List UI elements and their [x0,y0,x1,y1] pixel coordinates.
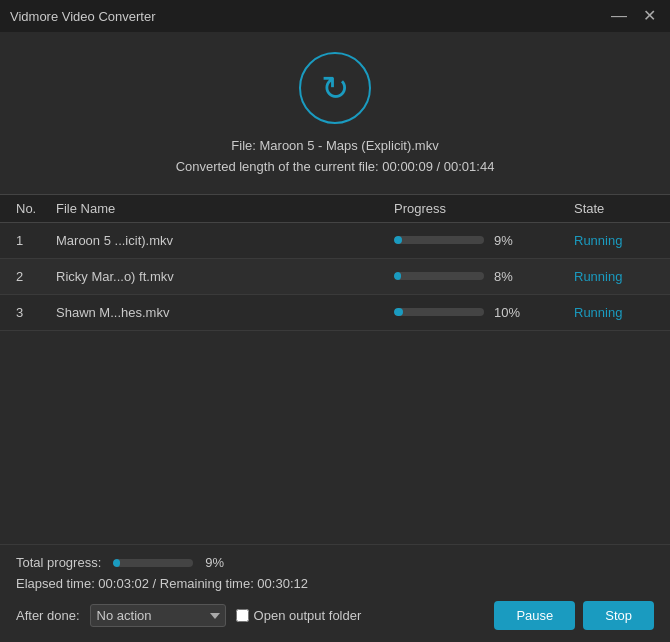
progress-fill [394,272,401,280]
total-progress-fill [113,559,120,567]
table-row: 2 Ricky Mar...o) ft.mkv 8% Running [0,259,670,295]
col-no: No. [16,201,56,216]
total-progress-row: Total progress: 9% [16,555,654,570]
progress-track [394,308,484,316]
close-button[interactable]: ✕ [639,6,660,26]
elapsed-row: Elapsed time: 00:03:02 / Remaining time:… [16,576,654,591]
progress-fill [394,236,402,244]
row-no: 2 [16,269,56,284]
table-row: 3 Shawn M...hes.mkv 10% Running [0,295,670,331]
open-folder-checkbox-label[interactable]: Open output folder [236,608,362,623]
row-filename: Ricky Mar...o) ft.mkv [56,269,394,284]
state-label: Running [574,269,654,284]
app-title: Vidmore Video Converter [10,9,156,24]
progress-track [394,236,484,244]
action-buttons: Pause Stop [494,601,654,630]
total-progress-pct: 9% [205,555,224,570]
open-folder-checkbox[interactable] [236,609,249,622]
progress-container: 10% [394,305,574,320]
progress-fill [394,308,403,316]
bottom-section: Total progress: 9% Elapsed time: 00:03:0… [0,544,670,642]
file-table: No. File Name Progress State 1 Maroon 5 … [0,194,670,331]
table-header: No. File Name Progress State [0,194,670,223]
row-filename: Maroon 5 ...icit).mkv [56,233,394,248]
progress-container: 8% [394,269,574,284]
progress-pct: 9% [494,233,513,248]
title-bar-controls: — ✕ [607,6,660,26]
after-done-label: After done: [16,608,80,623]
total-progress-label: Total progress: [16,555,101,570]
total-progress-track [113,559,193,567]
refresh-icon: ↻ [321,68,349,108]
after-done-select[interactable]: No action Open output folder Shut down H… [90,604,226,627]
minimize-button[interactable]: — [607,6,631,26]
state-label: Running [574,233,654,248]
col-filename: File Name [56,201,394,216]
title-bar: Vidmore Video Converter — ✕ [0,0,670,32]
progress-container: 9% [394,233,574,248]
spinner-circle: ↻ [299,52,371,124]
row-no: 1 [16,233,56,248]
file-info: File: Maroon 5 - Maps (Explicit).mkv Con… [176,136,495,178]
progress-pct: 8% [494,269,513,284]
progress-track [394,272,484,280]
pause-button[interactable]: Pause [494,601,575,630]
state-label: Running [574,305,654,320]
row-no: 3 [16,305,56,320]
col-progress: Progress [394,201,574,216]
progress-pct: 10% [494,305,520,320]
main-content: ↻ File: Maroon 5 - Maps (Explicit).mkv C… [0,32,670,331]
file-name-line: File: Maroon 5 - Maps (Explicit).mkv [176,136,495,157]
converted-length-line: Converted length of the current file: 00… [176,157,495,178]
table-row: 1 Maroon 5 ...icit).mkv 9% Running [0,223,670,259]
stop-button[interactable]: Stop [583,601,654,630]
col-state: State [574,201,654,216]
row-filename: Shawn M...hes.mkv [56,305,394,320]
after-done-row: After done: No action Open output folder… [16,601,654,630]
open-folder-label: Open output folder [254,608,362,623]
